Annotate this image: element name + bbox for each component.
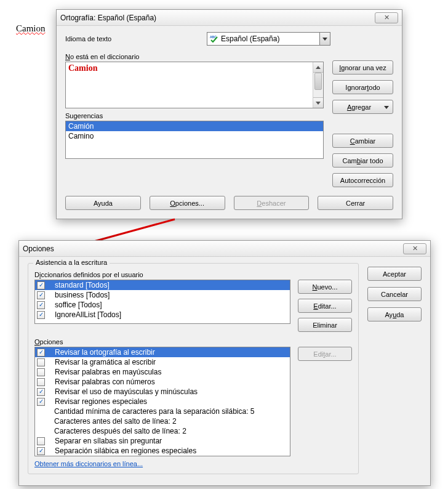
help-button[interactable]: Ayuda (65, 196, 141, 210)
checkbox[interactable] (37, 378, 45, 386)
scroll-thumb[interactable] (314, 73, 322, 90)
checkbox[interactable] (37, 437, 45, 445)
list-item[interactable]: Caracteres antes del salto de línea: 2 (35, 416, 290, 426)
list-item[interactable]: Revisar regiones especiales (35, 397, 290, 406)
list-item[interactable]: Camión (66, 121, 323, 131)
list-item[interactable]: Revisar el uso de mayúsculas y minúscula… (35, 387, 290, 397)
not-in-dict-text: Camion (68, 63, 312, 107)
cancel-button[interactable]: Cancelar (367, 287, 422, 301)
list-item-label: Revisar el uso de mayúsculas y minúscula… (55, 387, 198, 396)
list-item-label: Revisar palabras con números (55, 378, 155, 386)
checkbox[interactable] (37, 291, 45, 299)
list-item[interactable]: Cantidad mínima de caracteres para la se… (35, 406, 290, 416)
scrollbar[interactable] (313, 62, 323, 108)
checkbox[interactable] (37, 447, 45, 455)
chevron-down-icon[interactable] (319, 33, 330, 45)
ok-button[interactable]: Aceptar (367, 267, 422, 281)
checkbox[interactable] (37, 311, 45, 319)
help-button[interactable]: Ayuda (367, 307, 422, 321)
ignore-all-button[interactable]: Ignorar todo (332, 80, 393, 94)
list-item-label: Caracteres antes del salto de línea: 2 (54, 417, 177, 426)
checkbox[interactable] (37, 398, 45, 406)
list-item[interactable]: Separar en sílabas sin preguntar (35, 436, 290, 446)
list-item-label: standard [Todos] (55, 281, 110, 289)
new-dict-button[interactable]: Nuevo... (298, 280, 352, 294)
scroll-down-icon[interactable] (313, 97, 323, 108)
options-label: Opciones (34, 338, 290, 346)
list-item[interactable]: soffice [Todos] (35, 300, 290, 310)
list-item[interactable]: Revisar palabras en mayúsculas (35, 367, 290, 377)
list-item[interactable]: IgnoreAllList [Todos] (35, 310, 290, 320)
not-in-dict-box[interactable]: Camion (65, 62, 324, 108)
change-all-button[interactable]: Cambiar todo (332, 153, 393, 168)
options-dialog-title: Opciones (23, 244, 403, 253)
spelling-dialog-titlebar[interactable]: Ortografía: Español (España) ✕ (57, 10, 402, 26)
change-button[interactable]: Cambiar (332, 134, 393, 148)
checkbox[interactable] (37, 349, 45, 357)
abc-check-icon: ABC (210, 34, 218, 43)
language-dropdown[interactable]: ABC Español (España) (207, 32, 330, 46)
spelling-dialog-title: Ortografía: Español (España) (60, 14, 375, 22)
edit-option-button: Editar... (298, 347, 352, 361)
close-button[interactable]: Cerrar (318, 196, 393, 210)
close-icon[interactable]: ✕ (375, 12, 398, 23)
suggestions-list[interactable]: Camión Camino (65, 121, 324, 159)
list-item-label: Revisar palabras en mayúsculas (55, 368, 161, 376)
add-button[interactable]: Agregar (332, 100, 393, 114)
list-item-label: Separación silábica en regiones especial… (55, 447, 196, 455)
ignore-once-button[interactable]: Ignorar una vez (332, 60, 393, 75)
options-dialog: Opciones ✕ Asistencia a la escritura Dic… (18, 240, 431, 486)
user-dicts-label: Diccionarios definidos por el usuario (34, 271, 290, 278)
list-item[interactable]: Revisar palabras con números (35, 377, 290, 387)
list-item-label: Revisar la ortografía al escribir (55, 348, 155, 357)
language-value: Español (España) (221, 34, 319, 43)
list-item[interactable]: Revisar la gramática al escribir (35, 357, 290, 367)
options-button[interactable]: Opciones... (150, 196, 225, 210)
options-dialog-titlebar[interactable]: Opciones ✕ (19, 241, 430, 257)
suggestions-label: Sugerencias (65, 112, 324, 119)
close-icon[interactable]: ✕ (403, 243, 426, 254)
writing-aids-group: Asistencia a la escritura Diccionarios d… (28, 263, 359, 474)
more-dicts-link[interactable]: Obtener más diccionarios en línea... (34, 460, 143, 467)
list-item[interactable]: Revisar la ortografía al escribir (35, 347, 290, 357)
lang-label: Idioma de texto (65, 35, 207, 42)
user-dicts-list[interactable]: standard [Todos]business [Todos]soffice … (34, 280, 290, 324)
autocorrect-button[interactable]: Autocorrección (332, 173, 393, 187)
undo-button: Deshacer (234, 196, 310, 210)
list-item[interactable]: business [Todos] (35, 290, 290, 300)
list-item[interactable]: Separación silábica en regiones especial… (35, 446, 290, 456)
list-item[interactable]: Caracteres después del salto de línea: 2 (35, 426, 290, 436)
list-item-label: Separar en sílabas sin preguntar (55, 437, 162, 445)
list-item-label: Revisar regiones especiales (55, 397, 147, 406)
list-item-label: IgnoreAllList [Todos] (55, 310, 121, 319)
list-item-label: Caracteres después del salto de línea: 2 (54, 427, 186, 435)
group-title: Asistencia a la escritura (33, 259, 110, 266)
list-item-label: soffice [Todos] (55, 301, 102, 309)
list-item-label: Cantidad mínima de caracteres para la se… (54, 407, 255, 416)
edit-dict-button[interactable]: Editar... (298, 299, 352, 313)
list-item-label: business [Todos] (55, 291, 110, 299)
options-list[interactable]: Revisar la ortografía al escribirRevisar… (34, 347, 290, 456)
checkbox[interactable] (37, 281, 45, 289)
checkbox[interactable] (37, 368, 45, 376)
checkbox[interactable] (37, 358, 45, 366)
checkbox[interactable] (37, 301, 45, 309)
doc-misspelled-word: Camion (16, 23, 46, 34)
checkbox[interactable] (37, 388, 45, 396)
scroll-up-icon[interactable] (313, 62, 323, 73)
list-item[interactable]: Camino (66, 131, 323, 141)
delete-dict-button[interactable]: Eliminar (298, 318, 352, 332)
not-in-dict-label: No está en el diccionario (65, 53, 324, 60)
list-item-label: Revisar la gramática al escribir (55, 358, 156, 366)
list-item[interactable]: standard [Todos] (35, 280, 290, 290)
spelling-dialog: Ortografía: Español (España) ✕ Idioma de… (56, 9, 402, 219)
